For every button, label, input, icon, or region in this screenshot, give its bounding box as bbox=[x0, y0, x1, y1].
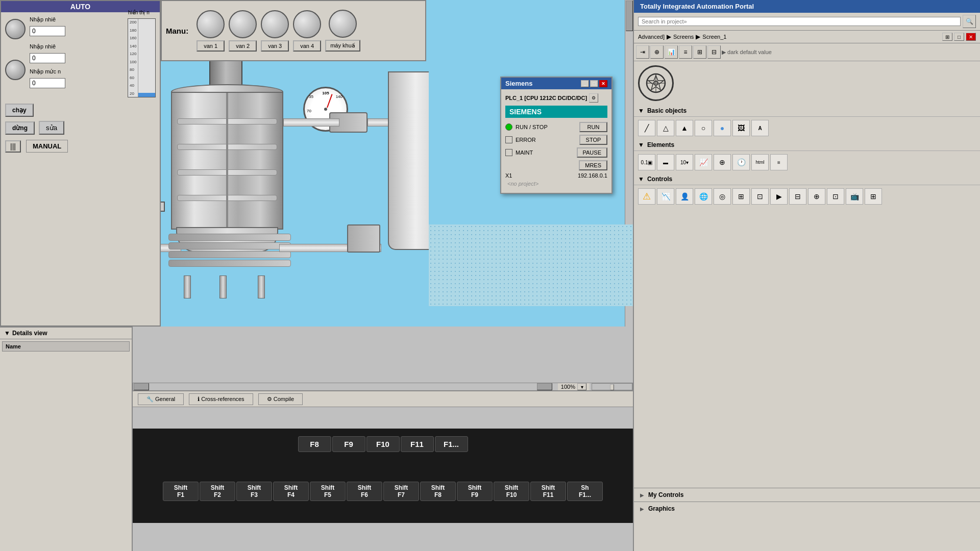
zoom-dropdown[interactable]: ▾ bbox=[577, 383, 586, 390]
controls-icon-4[interactable]: 📺 bbox=[846, 188, 863, 205]
toolbar-icon-1[interactable]: ⇥ bbox=[636, 45, 649, 59]
shift-f12-button[interactable]: ShF1... bbox=[567, 482, 603, 501]
breadcrumb-sep-2: ▶ bbox=[696, 33, 700, 40]
valve-1[interactable]: van 1 bbox=[197, 10, 225, 52]
nhap-nhie-1-input[interactable] bbox=[30, 26, 65, 36]
run-button[interactable]: RUN bbox=[579, 122, 607, 132]
toolbar-icon-2[interactable]: ⊕ bbox=[650, 45, 664, 59]
gauge2-icon[interactable]: ◎ bbox=[714, 188, 731, 205]
zoom-area: 100% ▾ bbox=[558, 383, 590, 390]
toolbar-icon-4[interactable]: ≡ bbox=[679, 45, 692, 59]
ip-address: 192.168.0.1 bbox=[578, 172, 607, 179]
mres-button[interactable]: MRES bbox=[579, 160, 607, 170]
health-icon[interactable]: ⊞ bbox=[732, 188, 750, 205]
f9-button[interactable]: F9 bbox=[332, 436, 365, 452]
pause-button[interactable]: PAUSE bbox=[577, 147, 607, 158]
html-icon[interactable]: html bbox=[751, 154, 769, 170]
dung-button[interactable]: dừng bbox=[5, 121, 35, 135]
plc-config-icon[interactable]: ⚙ bbox=[589, 93, 598, 103]
shift-f2-button[interactable]: ShiftF2 bbox=[200, 482, 235, 501]
details-header[interactable]: ▼ Details view bbox=[0, 328, 132, 339]
triangle-filled-icon[interactable]: ▲ bbox=[676, 120, 693, 136]
toolbar-icon-6[interactable]: ⊟ bbox=[707, 45, 721, 59]
shift-f9-button[interactable]: ShiftF9 bbox=[457, 482, 493, 501]
valve-5[interactable]: máy khuấ bbox=[325, 10, 360, 52]
elements-header[interactable]: ▼ Elements bbox=[634, 139, 980, 151]
horizontal-scrollbar[interactable]: 100% ▾ bbox=[133, 383, 633, 391]
indicator-circle-2 bbox=[5, 60, 26, 80]
restore-icon[interactable]: ⊞ bbox=[942, 33, 952, 41]
search-icon[interactable]: 🔍 bbox=[963, 15, 976, 28]
zoom-slider[interactable] bbox=[592, 383, 632, 390]
close-icon[interactable]: ✕ bbox=[966, 33, 976, 41]
valve-4[interactable]: van 4 bbox=[293, 10, 321, 52]
f11-button[interactable]: F11 bbox=[401, 436, 434, 452]
triangle-outline-icon[interactable]: △ bbox=[657, 120, 674, 136]
shift-f11-button[interactable]: ShiftF11 bbox=[530, 482, 566, 501]
line-icon[interactable]: ╱ bbox=[638, 120, 655, 136]
maximize-icon[interactable]: □ bbox=[954, 33, 964, 41]
trend-icon[interactable]: 📉 bbox=[657, 188, 674, 205]
f8-button[interactable]: F8 bbox=[298, 436, 331, 452]
clock-icon[interactable]: 🕐 bbox=[732, 154, 750, 170]
ellipse-filled-icon[interactable]: ● bbox=[714, 120, 731, 136]
image-icon[interactable]: 🖼 bbox=[732, 120, 750, 136]
gauge-icon[interactable]: ⊕ bbox=[714, 154, 731, 170]
gauge-160: 160 bbox=[130, 36, 136, 40]
button-icon[interactable]: ▬ bbox=[657, 154, 674, 170]
shift-f8-button[interactable]: ShiftF8 bbox=[420, 482, 456, 501]
basic-objects-header[interactable]: ▼ Basic objects bbox=[634, 105, 980, 117]
my-controls-row[interactable]: ▶ My Controls bbox=[634, 488, 980, 502]
dots-button[interactable]: ||| bbox=[5, 140, 21, 153]
plc-close-btn[interactable]: ✕ bbox=[599, 80, 607, 87]
name-column-header: Name bbox=[3, 342, 130, 352]
tab-crossref[interactable]: ℹ Cross-references bbox=[189, 393, 253, 405]
player-icon[interactable]: ▶ bbox=[770, 188, 788, 205]
list-icon[interactable]: ≡ bbox=[770, 154, 788, 170]
nhap-muc-input[interactable] bbox=[30, 78, 65, 88]
tab-compile[interactable]: ⚙ Compile bbox=[258, 393, 303, 405]
shift-f10-button[interactable]: ShiftF10 bbox=[494, 482, 529, 501]
search-input[interactable] bbox=[638, 17, 961, 26]
toolbar-icon-3[interactable]: 📊 bbox=[665, 45, 678, 59]
operator-icon[interactable]: 👤 bbox=[676, 188, 693, 205]
plc-minimize-btn[interactable]: _ bbox=[581, 80, 589, 87]
camera-icon[interactable]: ⊡ bbox=[751, 188, 769, 205]
controls-icon-3[interactable]: ⊡ bbox=[827, 188, 844, 205]
select-icon[interactable]: 10▾ bbox=[676, 154, 693, 170]
options-large-icon[interactable] bbox=[638, 65, 674, 101]
chay-button[interactable]: chạy bbox=[5, 104, 34, 117]
stop-button[interactable]: STOP bbox=[579, 135, 607, 145]
controls-icon-2[interactable]: ⊕ bbox=[808, 188, 825, 205]
graphics-label: Graphics bbox=[648, 505, 675, 512]
shift-f7-button[interactable]: ShiftF7 bbox=[383, 482, 419, 501]
text-icon[interactable]: A bbox=[751, 120, 769, 136]
shift-f5-button[interactable]: ShiftF5 bbox=[310, 482, 346, 501]
shift-f1-button[interactable]: ShiftF1 bbox=[163, 482, 199, 501]
shift-f4-button[interactable]: ShiftF4 bbox=[273, 482, 309, 501]
gauge-40: 40 bbox=[130, 83, 136, 88]
warning-icon[interactable]: ⚠ bbox=[638, 188, 655, 205]
valve-3[interactable]: van 3 bbox=[261, 10, 289, 52]
graph-icon[interactable]: 📈 bbox=[695, 154, 712, 170]
valve-2[interactable]: van 2 bbox=[229, 10, 257, 52]
controls-icon-1[interactable]: ⊟ bbox=[789, 188, 806, 205]
f12-button[interactable]: F1... bbox=[435, 436, 468, 452]
plc-restore-btn[interactable]: □ bbox=[590, 80, 598, 87]
f10-button[interactable]: F10 bbox=[366, 436, 400, 452]
gauge-100: 100 bbox=[130, 60, 136, 64]
tab-properties[interactable]: 🔧 General bbox=[138, 393, 184, 405]
shift-f6-button[interactable]: ShiftF6 bbox=[347, 482, 382, 501]
controls-header[interactable]: ▼ Controls bbox=[634, 173, 980, 185]
toolbar-strip: ⇥ ⊕ 📊 ≡ ⊞ ⊟ ▶ dark default value bbox=[634, 43, 980, 61]
shift-f3-button[interactable]: ShiftF3 bbox=[236, 482, 272, 501]
ellipse-outline-icon[interactable]: ○ bbox=[695, 120, 712, 136]
web-icon[interactable]: 🌐 bbox=[695, 188, 712, 205]
nhap-nhie-2-input[interactable] bbox=[30, 53, 65, 63]
sua-button[interactable]: sửa bbox=[39, 121, 64, 135]
controls-icon-5[interactable]: ⊞ bbox=[865, 188, 882, 205]
toolbar-icon-5[interactable]: ⊞ bbox=[693, 45, 706, 59]
graphics-row[interactable]: ▶ Graphics bbox=[634, 502, 980, 515]
my-controls-label: My Controls bbox=[648, 491, 683, 498]
io-field-icon[interactable]: 0.1▣ bbox=[638, 154, 655, 170]
